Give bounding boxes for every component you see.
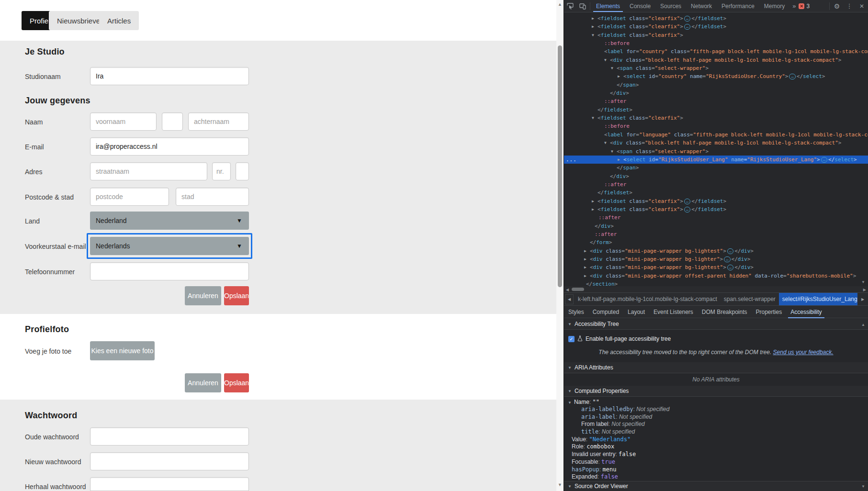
a11y-property-row[interactable]: hasPopup: menu bbox=[564, 466, 868, 474]
sidebar-tab-event-listeners[interactable]: Event Listeners bbox=[649, 306, 698, 318]
collapsed-content-icon[interactable]: … bbox=[684, 199, 690, 204]
dom-tree-row[interactable]: ▶<div class="mini-page-wrapper bg-lighte… bbox=[564, 255, 868, 263]
dom-tree-row[interactable]: ::before bbox=[564, 122, 868, 130]
dom-tree-row[interactable]: ▶<div class="mini-page-wrapper bg-lighte… bbox=[564, 247, 868, 255]
opslaan-button-2[interactable]: Opslaan bbox=[224, 373, 249, 392]
collapsed-content-icon[interactable]: … bbox=[789, 74, 795, 79]
email-input[interactable] bbox=[90, 137, 249, 156]
opslaan-button[interactable]: Opslaan bbox=[224, 286, 249, 305]
dom-tree-row[interactable]: </span> bbox=[564, 164, 868, 172]
kebab-menu-icon[interactable]: ⋮ bbox=[843, 0, 856, 12]
oude-wachtwoord-input[interactable] bbox=[90, 427, 249, 446]
expand-arrow-icon[interactable]: ▶ bbox=[618, 72, 623, 80]
collapsed-content-icon[interactable]: … bbox=[724, 257, 730, 262]
voorkeurstaal-select[interactable]: Nederlands ▼ bbox=[90, 237, 249, 255]
huisnummer-input[interactable] bbox=[212, 162, 231, 180]
tussenvoegsel-input[interactable] bbox=[162, 112, 183, 131]
more-tabs-icon[interactable]: » bbox=[789, 2, 799, 10]
a11y-property-row[interactable]: title: Not specified bbox=[564, 428, 868, 436]
expand-arrow-icon[interactable]: ▶ bbox=[584, 272, 590, 280]
toevoeging-input[interactable] bbox=[236, 162, 249, 180]
expand-arrow-icon[interactable]: ▶ bbox=[618, 156, 623, 164]
breadcrumb-left-icon[interactable]: ◀ bbox=[565, 294, 574, 304]
collapsed-content-icon[interactable]: … bbox=[684, 16, 690, 22]
dom-tree-row[interactable]: ▼<span class="select-wrapper"> bbox=[564, 64, 868, 72]
dom-tree-row[interactable]: ▶<fieldset class="clearfix">…</fieldset> bbox=[564, 197, 868, 205]
dom-tree-row[interactable]: </div> bbox=[564, 89, 868, 97]
dom-tree-row[interactable]: </section> bbox=[564, 280, 868, 286]
scroll-right-icon[interactable]: ▶ bbox=[863, 288, 866, 292]
page-scrollbar[interactable]: ▲ ▼ bbox=[556, 0, 564, 491]
dom-tree-row[interactable]: ::before bbox=[564, 39, 868, 47]
nieuw-wachtwoord-input[interactable] bbox=[90, 452, 249, 470]
dom-tree-row[interactable]: ▶<fieldset class="clearfix">…</fieldset> bbox=[564, 14, 868, 22]
dom-tree-row-selected[interactable]: ...▶<select id="RijksStudioUser_Lang" na… bbox=[564, 156, 868, 164]
dom-tree-row[interactable]: ▶<fieldset class="clearfix">…</fieldset> bbox=[564, 205, 868, 213]
computed-properties-header[interactable]: ▼ Computed Properties bbox=[564, 386, 868, 397]
collapsed-content-icon[interactable]: … bbox=[727, 248, 733, 254]
devtools-tab-memory[interactable]: Memory bbox=[759, 0, 789, 12]
dom-tree-row[interactable]: ::after bbox=[564, 97, 868, 105]
a11y-property-row[interactable]: Invalid user entry: false bbox=[564, 451, 868, 458]
tree-hscrollbar-thumb[interactable] bbox=[572, 288, 584, 291]
tree-horizontal-scrollbar[interactable]: ◀ ▶ bbox=[564, 286, 868, 292]
device-toolbar-icon[interactable] bbox=[576, 0, 589, 12]
a11y-property-row[interactable]: Value: "Nederlands" bbox=[564, 436, 868, 444]
breadcrumb-right-icon[interactable]: ▶ bbox=[858, 294, 867, 304]
aria-attributes-header[interactable]: ▼ ARIA Attributes bbox=[564, 362, 868, 373]
expand-arrow-icon[interactable]: ▶ bbox=[584, 255, 590, 263]
collapsed-content-icon[interactable]: … bbox=[684, 24, 690, 30]
dom-tree-row[interactable]: ▶<div class="mini-page-wrapper offset-pa… bbox=[564, 272, 868, 280]
telefoonnummer-input[interactable] bbox=[90, 262, 249, 280]
feedback-link[interactable]: Send us your feedback. bbox=[773, 349, 834, 356]
dom-tree-row[interactable]: ::after bbox=[564, 180, 868, 189]
voornaam-input[interactable] bbox=[90, 112, 157, 131]
dom-tree-row[interactable]: ▶<select id="country" name="RijksStudioU… bbox=[564, 72, 868, 80]
collapsed-content-icon[interactable]: … bbox=[684, 207, 690, 212]
kies-foto-button[interactable]: Kies een nieuwe foto bbox=[90, 341, 155, 360]
expand-arrow-icon[interactable]: ▶ bbox=[584, 263, 590, 271]
dom-tree-row[interactable]: ▼<fieldset class="clearfix"> bbox=[564, 114, 868, 122]
postcode-input[interactable] bbox=[90, 188, 169, 206]
annuleren-button[interactable]: Annuleren bbox=[185, 286, 221, 305]
expand-arrow-icon[interactable]: ▶ bbox=[592, 14, 597, 22]
sidebar-tab-computed[interactable]: Computed bbox=[588, 306, 623, 318]
sidebar-tab-styles[interactable]: Styles bbox=[564, 306, 588, 318]
dom-tree-row[interactable]: </form> bbox=[564, 238, 868, 246]
tree-scroll-down-icon[interactable]: ▼ bbox=[861, 280, 865, 284]
expand-arrow-icon[interactable]: ▼ bbox=[611, 64, 617, 72]
scroll-down-icon[interactable]: ▼ bbox=[558, 482, 562, 487]
a11y-property-row[interactable]: aria-labelledby: Not specified bbox=[564, 406, 868, 413]
breadcrumb-item[interactable]: k-left.half-page.mobile-lg-1col.mobile-l… bbox=[575, 293, 721, 306]
expand-arrow-icon[interactable]: ▼ bbox=[592, 31, 597, 39]
land-select[interactable]: Nederland ▼ bbox=[90, 212, 249, 230]
dom-tree-row[interactable]: </div> bbox=[564, 172, 868, 180]
accessibility-tree-header[interactable]: ▼ Accessibility Tree bbox=[564, 319, 868, 330]
scroll-up-icon[interactable]: ▲ bbox=[558, 2, 562, 7]
annuleren-button-2[interactable]: Annuleren bbox=[185, 373, 221, 392]
dom-tree-row[interactable]: ▼<span class="select-wrapper"> bbox=[564, 147, 868, 156]
expand-arrow-icon[interactable]: ▼ bbox=[592, 114, 597, 122]
herhaal-wachtwoord-input[interactable] bbox=[90, 477, 249, 491]
a11y-property-row[interactable]: From label: Not specified bbox=[564, 421, 868, 428]
expand-arrow-icon[interactable]: ▶ bbox=[592, 197, 597, 205]
page-scrollbar-thumb[interactable] bbox=[558, 45, 562, 287]
expand-arrow-icon[interactable]: ▶ bbox=[592, 205, 597, 213]
dom-tree-row[interactable]: ▼<div class="block-left half-page mobile… bbox=[564, 56, 868, 64]
collapsed-content-icon[interactable]: … bbox=[727, 265, 733, 270]
dom-tree-row[interactable]: </fieldset> bbox=[564, 189, 868, 197]
expand-arrow-icon[interactable]: ▼ bbox=[604, 139, 610, 147]
devtools-tab-network[interactable]: Network bbox=[686, 0, 717, 12]
dom-tree-row[interactable]: <label for="language" class="fifth-page … bbox=[564, 131, 868, 139]
dom-tree-row[interactable]: </span> bbox=[564, 81, 868, 89]
studionaam-input[interactable] bbox=[90, 67, 249, 85]
expand-arrow-icon[interactable]: ▶ bbox=[592, 22, 597, 31]
sidebar-tab-properties[interactable]: Properties bbox=[752, 306, 787, 318]
a11y-property-row[interactable]: aria-label: Not specified bbox=[564, 413, 868, 421]
a11y-property-row[interactable]: Focusable: true bbox=[564, 458, 868, 466]
a11y-property-row[interactable]: Role: combobox bbox=[564, 443, 868, 451]
error-badge[interactable]: ✕ 3 bbox=[799, 3, 810, 10]
devtools-tab-console[interactable]: Console bbox=[625, 0, 655, 12]
devtools-tab-performance[interactable]: Performance bbox=[717, 0, 759, 12]
collapsed-content-icon[interactable]: … bbox=[821, 157, 827, 163]
